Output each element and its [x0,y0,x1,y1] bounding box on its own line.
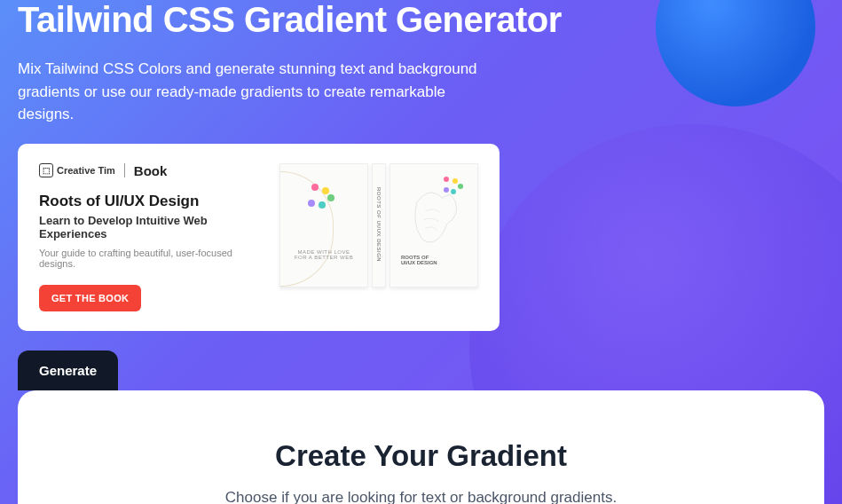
book-back-cover: ROOTS OF UI/UX DESIGN [390,163,478,287]
book-mockup: MADE WITH LOVE FOR A BETTER WEB ROOTS OF… [279,163,478,287]
promo-label: Book [134,163,168,178]
promo-card: ⬚ Creative Tim Book Roots of UI/UX Desig… [18,144,500,331]
divider [124,163,125,177]
main-panel: Create Your Gradient Choose if you are l… [18,390,824,505]
page-subtitle: Mix Tailwind CSS Colors and generate stu… [18,58,479,126]
book-front-cover: MADE WITH LOVE FOR A BETTER WEB [279,163,368,287]
promo-subtitle: Learn to Develop Intuitive Web Experienc… [39,214,253,240]
book-back-text: ROOTS OF UI/UX DESIGN [401,255,437,265]
book-front-text: MADE WITH LOVE FOR A BETTER WEB [280,249,367,260]
get-book-button[interactable]: GET THE BOOK [39,285,141,311]
page-title: Tailwind CSS Gradient Generator [18,0,824,40]
creative-tim-icon: ⬚ [39,163,53,177]
brand-name: Creative Tim [57,165,115,176]
panel-title: Create Your Gradient [53,439,789,473]
tab-generate[interactable]: Generate [18,350,118,390]
creative-tim-logo: ⬚ Creative Tim [39,163,115,177]
book-spine: ROOTS OF UI/UX DESIGN [372,163,386,287]
promo-description: Your guide to crafting beautiful, user-f… [39,248,253,269]
promo-title: Roots of UI/UX Design [39,193,253,210]
panel-subtitle: Choose if you are looking for text or ba… [53,489,789,505]
book-spine-text: ROOTS OF UI/UX DESIGN [376,187,382,262]
